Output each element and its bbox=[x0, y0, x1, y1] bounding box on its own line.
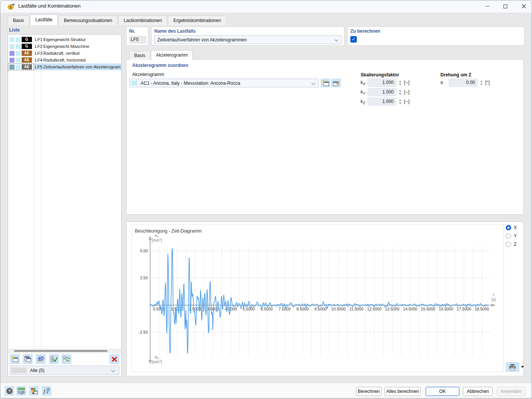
scale-unit: [--] bbox=[404, 80, 410, 85]
loadcase-category-badge: G bbox=[22, 37, 32, 42]
alpha-input[interactable]: 0.00 bbox=[449, 79, 478, 87]
scale-input[interactable]: 1.000 bbox=[367, 98, 396, 106]
help-icon[interactable]: ? bbox=[5, 386, 14, 396]
print-icon[interactable] bbox=[506, 362, 519, 372]
name-label: Name des Lastfalls bbox=[154, 28, 196, 34]
abbrechen-button[interactable]: Abbrechen bbox=[463, 387, 493, 396]
chevron-down-icon bbox=[335, 38, 339, 42]
minimize-button[interactable] bbox=[478, 0, 496, 13]
svg-text:2.50: 2.50 bbox=[140, 276, 148, 280]
svg-text:13.5000: 13.5000 bbox=[385, 307, 399, 311]
list-item-lf1[interactable]: GLF1Eigengewicht Struktur bbox=[8, 36, 121, 43]
alpha-spinner[interactable] bbox=[479, 79, 484, 86]
scale-row-x: kX'1.000[--] bbox=[361, 79, 418, 87]
subtab-akzelerogramm[interactable]: Akzelerogramm bbox=[151, 50, 193, 60]
scale-spinner[interactable] bbox=[398, 79, 402, 86]
loadcase-text: LF1Eigengewicht Struktur bbox=[34, 36, 121, 43]
scale-row-z: kZ'1.000[--] bbox=[361, 98, 418, 106]
renumber-icon[interactable] bbox=[62, 354, 71, 364]
loadcase-nr: LF5 bbox=[34, 65, 43, 69]
alpha-label: α bbox=[440, 80, 443, 85]
berechnen-button[interactable]: Berechnen bbox=[356, 387, 382, 396]
list-item-lf2[interactable]: GLF2Eigengewicht Maschine bbox=[8, 43, 121, 50]
scale-row-y: kY'1.000[--] bbox=[361, 88, 418, 96]
new-accelerogram-icon[interactable] bbox=[321, 79, 330, 87]
delete-icon[interactable] bbox=[109, 354, 119, 364]
units-icon[interactable]: 0,00 bbox=[16, 386, 26, 396]
loadcase-name: Radialkraft, horizontal bbox=[43, 58, 86, 62]
accelerogram-dropdown[interactable]: AC1 - Ancona, Italy - Messstation: Ancon… bbox=[130, 79, 318, 87]
svg-text:x: x bbox=[46, 390, 48, 394]
tab-ergebniskombinationen[interactable]: Ergebniskombinationen bbox=[168, 16, 226, 25]
horizontal-scrollbar[interactable] bbox=[8, 348, 121, 353]
ok-button[interactable]: OK bbox=[426, 387, 459, 396]
scale-spinner[interactable] bbox=[398, 89, 402, 96]
copy-loadcase-icon[interactable] bbox=[23, 354, 33, 364]
nr-field[interactable]: LF5 bbox=[129, 36, 146, 44]
scrollbar-thumb[interactable] bbox=[14, 350, 108, 352]
filter-value: Alle (5) bbox=[30, 368, 44, 373]
tab-bemessungssituationen[interactable]: Bemessungssituationen bbox=[59, 16, 117, 25]
scale-label: kY' bbox=[361, 89, 366, 95]
tab-lastkombinationen[interactable]: Lastkombinationen bbox=[118, 16, 167, 25]
add-import-icon[interactable] bbox=[36, 354, 46, 364]
loadcase-text: LF5Zeitverlaufsverfahren von Akzelerogra… bbox=[34, 63, 121, 70]
svg-text:A: A bbox=[32, 391, 34, 394]
new-loadcase-icon[interactable] bbox=[10, 354, 20, 364]
loadcase-type-icons: AE bbox=[8, 63, 34, 70]
svg-text:f: f bbox=[44, 388, 46, 394]
list-header: Liste bbox=[9, 27, 20, 33]
loadcase-text: LF4Radialkraft, horizontal bbox=[34, 57, 121, 63]
column-separator bbox=[41, 35, 41, 348]
loadcase-name-dropdown[interactable]: Zeitverlaufsverfahren von Akzelerogramme… bbox=[154, 35, 342, 44]
svg-text:9.5000: 9.5000 bbox=[314, 307, 326, 311]
maximize-button[interactable] bbox=[497, 0, 514, 13]
window-title: Lastfälle und Kombinationen bbox=[18, 3, 81, 9]
tab-lastfälle[interactable]: Lastfälle bbox=[30, 14, 58, 25]
display-options-icon[interactable]: A bbox=[29, 386, 39, 396]
list-item-lf3[interactable]: AELF3Radiakraft, vertikal bbox=[8, 50, 121, 57]
alles-berechnen-button[interactable]: Alles berechnen bbox=[385, 387, 421, 396]
scale-spinner[interactable] bbox=[398, 98, 402, 105]
scale-input[interactable]: 1.000 bbox=[367, 88, 396, 96]
edit-accelerogram-icon[interactable] bbox=[331, 79, 341, 87]
close-button[interactable] bbox=[515, 0, 532, 13]
subtab-basis[interactable]: Basis bbox=[129, 51, 150, 60]
loadcase-name: Radiakraft, vertikal bbox=[43, 51, 79, 55]
svg-text:17.5000: 17.5000 bbox=[457, 307, 471, 311]
loadcase-color2-icon bbox=[16, 58, 21, 63]
svg-text:6: 6 bbox=[10, 5, 12, 10]
app-icon: 6 bbox=[8, 3, 15, 10]
svg-text:18.5000: 18.5000 bbox=[475, 307, 489, 311]
sub-tabs: BasisAkzelerogramm bbox=[129, 50, 193, 60]
svg-text:t: t bbox=[493, 292, 494, 297]
scale-label: kX' bbox=[361, 80, 366, 86]
radio-label: Y bbox=[514, 233, 517, 239]
loadcase-name-value: Zeitverlaufsverfahren von Akzelerogramme… bbox=[155, 37, 247, 43]
tab-basis[interactable]: Basis bbox=[8, 16, 29, 25]
loadcase-color2-icon bbox=[16, 37, 21, 42]
calc-checkbox[interactable]: ✓ bbox=[350, 36, 357, 43]
print-options-arrow[interactable] bbox=[521, 366, 524, 368]
list-item-lf5[interactable]: AELF5Zeitverlaufsverfahren von Akzelerog… bbox=[8, 63, 121, 70]
axis-radio-x[interactable]: X bbox=[506, 223, 517, 232]
scale-input[interactable]: 1.000 bbox=[367, 79, 396, 87]
scale-header: Skalierungsfaktor bbox=[361, 72, 399, 78]
loadcase-listbox[interactable]: GLF1Eigengewicht StrukturGLF2Eigengewich… bbox=[8, 35, 121, 348]
loadcase-category-badge: AE bbox=[22, 51, 32, 56]
axis-radio-y[interactable]: Y bbox=[506, 232, 517, 240]
filter-color-swatch bbox=[11, 367, 27, 373]
axis-radio-group: XYZ bbox=[506, 223, 517, 249]
axis-radio-z[interactable]: Z bbox=[506, 240, 517, 249]
list-filter-dropdown[interactable]: Alle (5) bbox=[10, 366, 119, 375]
check-all-icon[interactable] bbox=[49, 354, 59, 364]
svg-text:aX: aX bbox=[155, 355, 159, 360]
chart-card: Beschleunigung - Zeit-Diagramm 5.002.50-… bbox=[131, 224, 504, 372]
list-item-lf4[interactable]: AELF4Radialkraft, horizontal bbox=[8, 57, 121, 63]
loadcase-text: LF3Radiakraft, vertikal bbox=[34, 50, 121, 57]
formula-icon[interactable]: fx bbox=[42, 386, 51, 396]
alpha-unit: [°] bbox=[485, 80, 489, 85]
svg-text:5.00: 5.00 bbox=[140, 249, 148, 253]
nr-label: Nr. bbox=[129, 28, 135, 34]
loadcase-nr: LF4 bbox=[34, 58, 43, 62]
